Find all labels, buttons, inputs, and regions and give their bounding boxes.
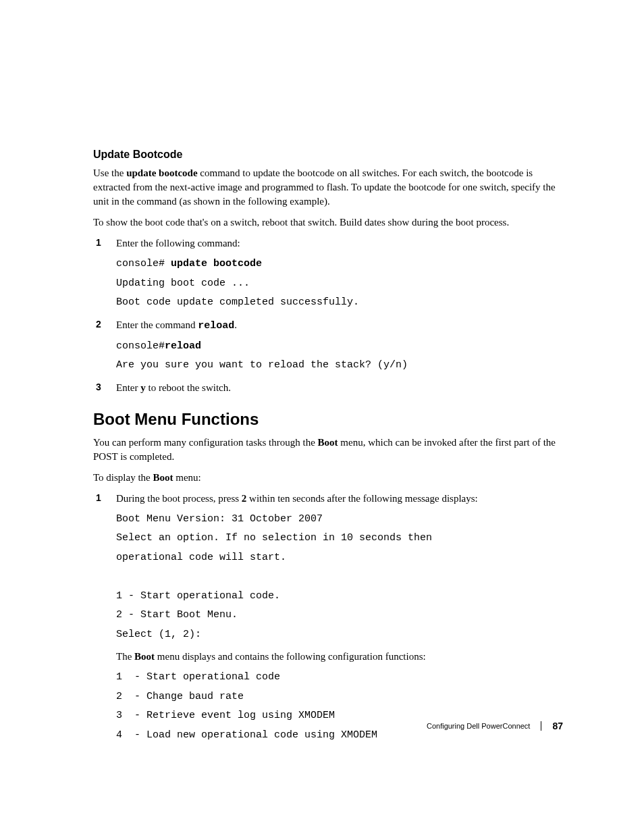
intro-paragraph-1: Use the update bootcode command to updat… [93, 166, 563, 209]
code-line: operational code will start. [116, 552, 286, 563]
subheading-update-bootcode: Update Bootcode [93, 149, 563, 161]
code-line: Updating boot code ... [116, 278, 250, 289]
step-1-boot-text: During the boot process, press 2 within … [116, 492, 563, 506]
code-line: Select an option. If no selection in 10 … [116, 532, 432, 544]
sec2-p2-post: menu: [173, 472, 201, 483]
code-line: Boot code update completed successfully. [116, 296, 359, 308]
page-content: Update Bootcode Use the update bootcode … [0, 0, 644, 792]
sec2-p1-pre: You can perform many configuration tasks… [93, 437, 318, 448]
step-3: Enter y to reboot the switch. [93, 381, 563, 395]
footer-title: Configuring Dell PowerConnect [427, 722, 530, 730]
page-footer: Configuring Dell PowerConnect 87 [427, 721, 563, 731]
mid-pre: The [116, 651, 134, 662]
intro-paragraph-2: To show the boot code that's on a switch… [93, 215, 563, 230]
boot-code-block-1: Boot Menu Version: 31 October 2007 Selec… [116, 510, 563, 645]
code-line: 1 - Start operational code. [116, 590, 280, 602]
intro-bold: update bootcode [126, 167, 197, 178]
code-line: 2 - Start Boot Menu. [116, 609, 238, 621]
section-heading-boot-menu: Boot Menu Functions [93, 410, 563, 429]
code-line: Boot Menu Version: 31 October 2007 [116, 513, 323, 525]
section2-paragraph-1: You can perform many configuration tasks… [93, 436, 563, 464]
step-1: Enter the following command: console# up… [93, 236, 563, 313]
console-prefix: console# [116, 258, 171, 269]
step-3-post: to reboot the switch. [146, 382, 231, 393]
section2-paragraph-2: To display the Boot menu: [93, 471, 563, 485]
step-3-pre: Enter [116, 382, 140, 393]
step-1-code: console# update bootcode Updating boot c… [116, 255, 563, 313]
console-prefix: console# [116, 340, 165, 352]
step-2-code: console#reload Are you sure you want to … [116, 337, 563, 375]
code-line: 2 - Change baud rate [116, 691, 244, 702]
boot-code-block-2: 1 - Start operational code 2 - Change ba… [116, 668, 563, 745]
console-command: reload [165, 340, 201, 352]
code-line: Are you sure you want to reload the stac… [116, 359, 408, 371]
code-line: 3 - Retrieve event log using XMODEM [116, 710, 335, 721]
step-3-text: Enter y to reboot the switch. [116, 381, 563, 395]
s2-s1-post: within ten seconds after the following m… [246, 493, 477, 504]
sec2-p2-bold: Boot [153, 472, 173, 483]
code-line: 4 - Load new operational code using XMOD… [116, 729, 377, 741]
steps-list-2: During the boot process, press 2 within … [93, 492, 563, 746]
intro-pre: Use the [93, 167, 126, 178]
boot-mid-text: The Boot menu displays and contains the … [116, 650, 563, 664]
step-2: Enter the command reload. console#reload… [93, 318, 563, 375]
page-number: 87 [552, 721, 563, 731]
step-2-text: Enter the command reload. [116, 318, 563, 333]
code-line: Select (1, 2): [116, 629, 201, 640]
steps-list-1: Enter the following command: console# up… [93, 236, 563, 395]
step-2-pre: Enter the command [116, 319, 198, 330]
step-2-post: . [234, 319, 237, 330]
sec2-p2-pre: To display the [93, 472, 153, 483]
code-line: 1 - Start operational code [116, 671, 280, 683]
step-1-boot: During the boot process, press 2 within … [93, 492, 563, 746]
s2-s1-pre: During the boot process, press [116, 493, 242, 504]
mid-post: menu displays and contains the following… [155, 651, 426, 662]
step-1-text: Enter the following command: [116, 236, 563, 251]
footer-divider [541, 721, 541, 731]
step-3-bold: y [140, 382, 146, 393]
sec2-p1-bold: Boot [318, 437, 338, 448]
step-2-bold: reload [198, 320, 234, 332]
mid-bold: Boot [134, 651, 155, 662]
console-command: update bootcode [171, 258, 262, 269]
